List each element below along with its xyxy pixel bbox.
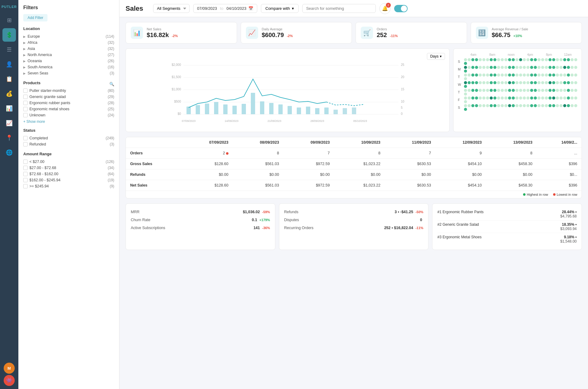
dot-5-18 (530, 96, 533, 100)
product-name-3: Ergonomic metal shoes (29, 107, 70, 111)
svg-text:20: 20 (401, 75, 405, 79)
nav-customers[interactable]: 👤 (2, 58, 16, 71)
status-checkbox-1[interactable] (23, 142, 28, 146)
table-header-row: 07/09/2023 08/09/2023 09/09/2023 10/09/2… (126, 137, 582, 148)
summary-left-value-1: 0.1 (252, 218, 257, 222)
product-checkbox-0[interactable] (23, 89, 28, 93)
location-count-6: (3) (110, 71, 114, 75)
dot-6-21 (541, 104, 544, 107)
location-item-4[interactable]: ▶ Oceania (26) (23, 58, 114, 64)
amount-item-2[interactable]: $72.68 - $162.00 (64) (23, 171, 114, 177)
products-search-icon[interactable]: 🔍 (109, 82, 114, 86)
amount-name-1: $27.00 - $72.68 (29, 166, 56, 170)
status-item-1[interactable]: Refunded (3) (23, 141, 114, 147)
user-avatar[interactable]: M (4, 363, 15, 374)
compare-button[interactable]: Compare with ▾ (261, 4, 299, 13)
amount-checkbox-3[interactable] (23, 178, 28, 182)
search-input[interactable] (302, 4, 376, 13)
product-item-0[interactable]: Putler starter-monthly (80) (23, 88, 114, 94)
cell-1-7: $396 (537, 159, 582, 169)
amount-item-1[interactable]: $27.00 - $72.68 (34) (23, 165, 114, 171)
dot-1-28 (567, 66, 570, 69)
nav-reports[interactable]: 📋 (2, 72, 16, 86)
dot-0-24 (552, 58, 555, 61)
location-item-5[interactable]: ▶ South America (16) (23, 64, 114, 70)
product-name-0: Putler starter-monthly (29, 89, 66, 93)
amount-checkbox-2[interactable] (23, 172, 28, 176)
nav-trends[interactable]: 📈 (2, 116, 16, 130)
dot-label-5: F (458, 98, 464, 102)
dot-2-18 (530, 74, 533, 77)
theme-toggle[interactable] (394, 5, 408, 12)
nav-revenue[interactable]: 💰 (2, 87, 16, 100)
product-checkbox-1[interactable] (23, 95, 28, 99)
dot-3-20 (537, 81, 541, 84)
location-item-1[interactable]: ▶ Africa (32) (23, 40, 114, 46)
location-item-0[interactable]: ▶ Europe (114) (23, 33, 114, 40)
product-item-4[interactable]: Unknown (24) (23, 112, 114, 118)
location-item-2[interactable]: ▶ Asia (32) (23, 46, 114, 52)
kpi-content-2: Orders 252 -11% (377, 27, 398, 39)
amount-item-0[interactable]: < $27.00 (126) (23, 159, 114, 165)
amount-checkbox-1[interactable] (23, 166, 28, 170)
summary-left-value-wrap-0: $1,036.02 -59% (243, 210, 270, 214)
product-pct-0: 28.44% • (560, 210, 577, 214)
add-filter-button[interactable]: Add Filter (23, 14, 47, 21)
product-count-2: (28) (108, 101, 114, 105)
dot-0-27 (563, 58, 566, 61)
product-revenue-2: $1,548.00 (560, 239, 577, 244)
product-checkbox-4[interactable] (23, 113, 28, 117)
amount-item-3[interactable]: $162.00 - $245.94 (19) (23, 177, 114, 183)
dot-2-5 (482, 74, 485, 77)
amount-checkbox-4[interactable] (23, 184, 28, 188)
location-item-left-3: ▶ North America (23, 53, 52, 57)
nav-globe[interactable]: 🌐 (2, 146, 16, 159)
location-count-0: (114) (106, 34, 114, 39)
dot-5-21 (541, 96, 544, 100)
svg-rect-28 (297, 108, 301, 114)
cell-1-2: $972.59 (283, 159, 334, 169)
dot-0-23 (548, 58, 552, 61)
days-button[interactable]: Days ▾ (427, 53, 445, 60)
date-range[interactable]: 07/09/2023 to 04/10/2023 📅 (193, 4, 257, 13)
nav-location[interactable]: 📍 (2, 131, 16, 145)
location-name-3: North America (28, 53, 52, 57)
dot-2-20 (537, 74, 541, 77)
nav-orders[interactable]: ☰ (2, 43, 16, 56)
svg-rect-24 (260, 101, 264, 114)
dot-2-4 (479, 74, 482, 77)
product-checkbox-3[interactable] (23, 107, 28, 111)
dot-2-10 (501, 74, 504, 77)
product-item-3[interactable]: Ergonomic metal shoes (25) (23, 106, 114, 112)
dot-3-2 (471, 81, 474, 84)
product-item-2[interactable]: Ergonomic rubber pants (28) (23, 100, 114, 106)
location-count-2: (32) (108, 47, 114, 51)
location-item-6[interactable]: ▶ Seven Seas (3) (23, 70, 114, 76)
product-item-1[interactable]: Generic granite salad (29) (23, 94, 114, 100)
nav-dashboard[interactable]: ⊞ (2, 13, 16, 27)
dot-6-12 (508, 104, 511, 107)
user-avatar2[interactable]: 👾 (4, 375, 15, 386)
amount-item-4[interactable]: >= $245.94 (9) (23, 183, 114, 189)
dot-4-0 (464, 89, 467, 92)
status-item-0[interactable]: Completed (249) (23, 135, 114, 141)
dot-1-11 (504, 66, 507, 69)
kpi-row: 📊 Net Sales $16.82k -2% 📈 Daily Average … (126, 22, 582, 43)
dot-3-0 (464, 81, 467, 84)
nav-sales[interactable]: 💲 (2, 28, 16, 42)
amount-checkbox-0[interactable] (23, 160, 28, 164)
nav-analytics[interactable]: 📊 (2, 102, 16, 115)
notification-button[interactable]: 🔔 2 (379, 3, 390, 14)
product-checkbox-2[interactable] (23, 101, 28, 105)
status-title: Status (23, 128, 114, 133)
row-label-3: Net Sales (126, 180, 182, 191)
show-more-button[interactable]: + Show more (23, 119, 114, 124)
dot-3-13 (512, 81, 515, 84)
dot-1-7 (490, 66, 493, 69)
location-item-3[interactable]: ▶ North America (27) (23, 52, 114, 58)
status-checkbox-0[interactable] (23, 136, 28, 140)
product-rank-stats-0: 28.44% • $4,795.68 (560, 210, 577, 218)
dot-3-9 (497, 81, 500, 84)
segment-select[interactable]: All Segments (153, 4, 190, 13)
summary-right-card: #1 Ergonomic Rubber Pants 28.44% • $4,79… (432, 203, 582, 250)
